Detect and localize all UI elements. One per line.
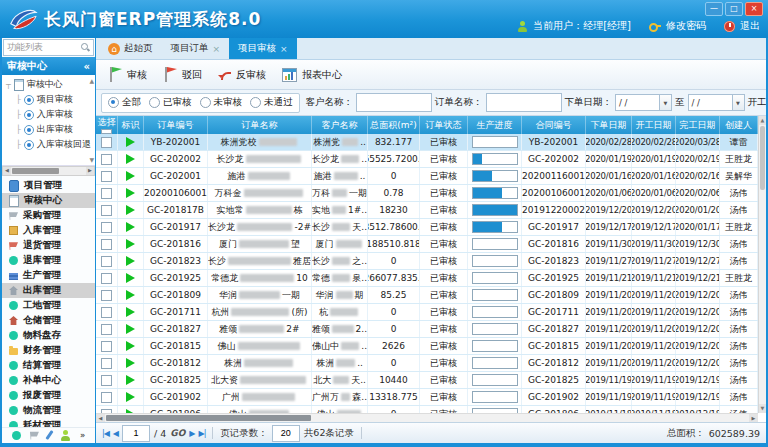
row-checkbox[interactable] (101, 341, 112, 352)
row-checkbox[interactable] (101, 205, 112, 216)
column-header-customer-name[interactable]: 客户名称 (312, 116, 368, 134)
scroll-thumb[interactable] (12, 168, 59, 174)
row-checkbox[interactable] (101, 137, 112, 148)
scroll-down-icon[interactable]: ▼ (759, 404, 766, 413)
order-name-input[interactable] (486, 93, 562, 112)
column-header-order-no[interactable]: 订单编号 (144, 116, 208, 134)
tree-item-入库审核[interactable]: ├入库审核 (2, 107, 95, 122)
row-checkbox[interactable] (101, 188, 112, 199)
sidebar-item-财务管理[interactable]: 财务管理 (2, 343, 95, 358)
row-checkbox[interactable] (101, 290, 112, 301)
edit-icon[interactable] (45, 430, 53, 440)
tree-horizontal-scrollbar[interactable]: ◀ ▶ (2, 166, 95, 176)
sidebar-item-仓储管理[interactable]: 仓储管理 (2, 313, 95, 328)
tree-item-入库审核回退[interactable]: ├入库审核回退 (2, 137, 95, 152)
table-row[interactable]: GC-201902广州广州万森..13318.775已审核GC-20190220… (96, 389, 758, 406)
row-checkbox[interactable] (101, 239, 112, 250)
tab-起始页[interactable]: ⌂起始页 (99, 38, 162, 59)
table-row[interactable]: GC-202001施港施港..0已审核202001160012020/01/16… (96, 168, 758, 185)
tree-item-项目审核[interactable]: ├项目审核 (2, 92, 95, 107)
sidebar-item-出库管理[interactable]: 出库管理 (2, 283, 95, 298)
maximize-button[interactable]: □ (725, 2, 743, 16)
toolbar-button-审核[interactable]: 审核 (108, 67, 147, 82)
tree-root-audit-center[interactable]: ┬ 审核中心 (2, 77, 95, 92)
tree-scroll-up-icon[interactable]: ▲ (89, 77, 94, 84)
sidebar-item-审核中心[interactable]: 审核中心 (2, 193, 95, 208)
row-checkbox[interactable] (101, 358, 112, 369)
horizontal-scrollbar[interactable]: ◀ ▶ (96, 413, 758, 422)
column-header-finish-date[interactable]: 完工日期 (676, 116, 720, 134)
table-row[interactable]: YB-202001株洲党校株洲党..832.177已审核YB-202001202… (96, 134, 758, 151)
sidebar-item-采购管理[interactable]: 采购管理 (2, 208, 95, 223)
customer-name-input[interactable] (356, 93, 432, 112)
close-tab-icon[interactable]: × (213, 44, 221, 54)
row-checkbox[interactable] (101, 324, 112, 335)
minimize-button[interactable]: — (705, 2, 723, 16)
row-checkbox[interactable] (101, 307, 112, 318)
column-header-creator[interactable]: 创建人 (720, 116, 758, 134)
order-date-from-picker[interactable]: / / ▼ (615, 94, 672, 111)
table-row[interactable]: GC-201823长沙雅居长沙之..0已审核GC-2018232019/11/2… (96, 253, 758, 270)
table-row[interactable]: 20200106001万科金万科一期0.78已审核202001060012020… (96, 185, 758, 202)
sidebar-item-工地管理[interactable]: 工地管理 (2, 298, 95, 313)
cart-icon[interactable] (30, 431, 39, 440)
toolbar-button-反审核[interactable]: 反审核 (218, 68, 266, 82)
row-checkbox[interactable] (101, 222, 112, 233)
sidebar-item-生产管理[interactable]: 生产管理 (2, 268, 95, 283)
column-header-production-progress[interactable]: 生产进度 (468, 116, 522, 134)
tab-项目审核[interactable]: 项目审核× (229, 38, 297, 59)
scroll-right-icon[interactable]: ▶ (86, 167, 94, 175)
table-row[interactable]: GC-202002长沙龙长沙龙..65525.7200..已审核GC-20200… (96, 151, 758, 168)
tree-scroll-down-icon[interactable]: ▼ (89, 156, 94, 163)
close-button[interactable]: × (745, 2, 763, 16)
table-row[interactable]: GC-201816厦门望厦门188510.818已审核GC-2018162019… (96, 236, 758, 253)
sidebar-item-物料盘存[interactable]: 物料盘存 (2, 328, 95, 343)
change-password-button[interactable]: 修改密码 (666, 19, 706, 33)
row-checkbox[interactable] (101, 256, 112, 267)
scroll-right-icon[interactable]: ▶ (749, 414, 758, 422)
table-row[interactable]: GC-201917长沙龙-2#长沙天..8512.78600..已审核GC-20… (96, 219, 758, 236)
sidebar-item-结算管理[interactable]: 结算管理 (2, 358, 95, 373)
sidebar-item-报废管理[interactable]: 报废管理 (2, 388, 95, 403)
next-page-button[interactable]: ▶ (189, 429, 194, 438)
scroll-thumb[interactable] (106, 415, 311, 421)
table-row[interactable]: GC-201809华润一期华润期85.25已审核GC-2018092019/11… (96, 287, 758, 304)
calendar-dropdown-icon[interactable]: ▼ (732, 95, 744, 110)
sidebar-item-入库管理[interactable]: 入库管理 (2, 223, 95, 238)
table-row[interactable]: GC-201812株洲株洲..0已审核GC-2018122019/11/2020… (96, 355, 758, 372)
scroll-left-icon[interactable]: ◀ (3, 167, 11, 175)
table-row[interactable]: GC-201817B实地常栋实地1#..18230已审核201912200022… (96, 202, 758, 219)
scroll-up-icon[interactable]: ▲ (759, 116, 766, 125)
toolbar-button-驳回[interactable]: 驳回 (163, 67, 202, 82)
table-row[interactable]: GC-201815佛山佛山中..2626已审核GC-2018152019/11/… (96, 338, 758, 355)
column-header-order-date[interactable]: 下单日期 (586, 116, 632, 134)
column-header-total-area[interactable]: 总面积(m²) (368, 116, 420, 134)
row-checkbox[interactable] (101, 171, 112, 182)
scroll-track[interactable] (105, 414, 749, 422)
table-row[interactable]: GC-201711杭州(所)杭0已审核GC-2017112019/11/2020… (96, 304, 758, 321)
row-checkbox[interactable] (101, 392, 112, 403)
calendar-dropdown-icon[interactable]: ▼ (659, 95, 671, 110)
row-checkbox[interactable] (101, 154, 112, 165)
table-row[interactable]: GC-201925常德龙10常德泉..266077.835..已审核GC-201… (96, 270, 758, 287)
go-button[interactable]: GO (170, 428, 185, 438)
sidebar-item-退库管理[interactable]: 退库管理 (2, 253, 95, 268)
status-dot-icon[interactable] (12, 431, 21, 440)
column-header-order-status[interactable]: 订单状态 (420, 116, 468, 134)
first-page-button[interactable]: |◀ (102, 429, 109, 438)
function-search-input[interactable]: 功能列表 (3, 39, 94, 56)
close-tab-icon[interactable]: × (280, 44, 288, 54)
order-date-to-picker[interactable]: / / ▼ (688, 94, 745, 111)
table-row[interactable]: GC-201825北大资北大天..10440已审核GC-2018252019/1… (96, 372, 758, 389)
more-icon[interactable]: » (80, 431, 85, 440)
scroll-thumb[interactable] (760, 126, 765, 190)
column-header-select[interactable]: 选择 (96, 116, 118, 134)
sidebar-item-补单中心[interactable]: 补单中心 (2, 373, 95, 388)
vertical-scrollbar[interactable]: ▲ ▼ (758, 116, 766, 413)
tree-item-出库审核[interactable]: ├出库审核 (2, 122, 95, 137)
prev-page-button[interactable]: ◀ (113, 429, 118, 438)
tab-项目订单[interactable]: 项目订单× (162, 38, 230, 59)
logout-button[interactable]: 退出 (740, 19, 760, 33)
column-header-contract-no[interactable]: 合同编号 (522, 116, 586, 134)
radio-全部[interactable]: 全部 (108, 96, 141, 109)
